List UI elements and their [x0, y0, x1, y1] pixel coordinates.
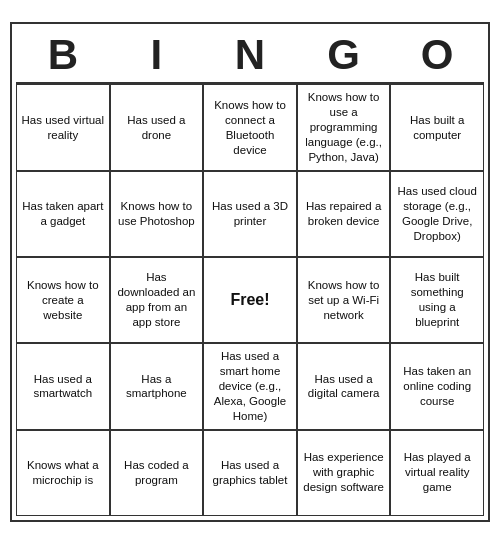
bingo-cell-24[interactable]: Has played a virtual reality game — [390, 430, 484, 516]
bingo-cell-23[interactable]: Has experience with graphic design softw… — [297, 430, 391, 516]
bingo-cell-15[interactable]: Has used a smartwatch — [16, 343, 110, 430]
bingo-cell-14[interactable]: Has built something using a blueprint — [390, 257, 484, 343]
bingo-cell-5[interactable]: Has taken apart a gadget — [16, 171, 110, 257]
bingo-grid: Has used virtual realityHas used a drone… — [16, 82, 484, 515]
bingo-cell-18[interactable]: Has used a digital camera — [297, 343, 391, 430]
bingo-cell-6[interactable]: Knows how to use Photoshop — [110, 171, 204, 257]
bingo-cell-21[interactable]: Has coded a program — [110, 430, 204, 516]
bingo-cell-4[interactable]: Has built a computer — [390, 84, 484, 171]
bingo-cell-11[interactable]: Has downloaded an app from an app store — [110, 257, 204, 343]
bingo-cell-1[interactable]: Has used a drone — [110, 84, 204, 171]
bingo-cell-20[interactable]: Knows what a microchip is — [16, 430, 110, 516]
bingo-cell-3[interactable]: Knows how to use a programming language … — [297, 84, 391, 171]
letter-o: O — [390, 28, 484, 82]
bingo-cell-7[interactable]: Has used a 3D printer — [203, 171, 297, 257]
letter-g: G — [297, 28, 391, 82]
bingo-cell-10[interactable]: Knows how to create a website — [16, 257, 110, 343]
bingo-cell-22[interactable]: Has used a graphics tablet — [203, 430, 297, 516]
letter-n: N — [203, 28, 297, 82]
bingo-cell-19[interactable]: Has taken an online coding course — [390, 343, 484, 430]
bingo-card: B I N G O Has used virtual realityHas us… — [10, 22, 490, 522]
bingo-cell-17[interactable]: Has used a smart home device (e.g., Alex… — [203, 343, 297, 430]
bingo-cell-8[interactable]: Has repaired a broken device — [297, 171, 391, 257]
bingo-header: B I N G O — [16, 28, 484, 82]
bingo-cell-9[interactable]: Has used cloud storage (e.g., Google Dri… — [390, 171, 484, 257]
letter-b: B — [16, 28, 110, 82]
bingo-cell-16[interactable]: Has a smartphone — [110, 343, 204, 430]
letter-i: I — [110, 28, 204, 82]
bingo-cell-0[interactable]: Has used virtual reality — [16, 84, 110, 171]
bingo-cell-12[interactable]: Free! — [203, 257, 297, 343]
bingo-cell-2[interactable]: Knows how to connect a Bluetooth device — [203, 84, 297, 171]
bingo-cell-13[interactable]: Knows how to set up a Wi-Fi network — [297, 257, 391, 343]
